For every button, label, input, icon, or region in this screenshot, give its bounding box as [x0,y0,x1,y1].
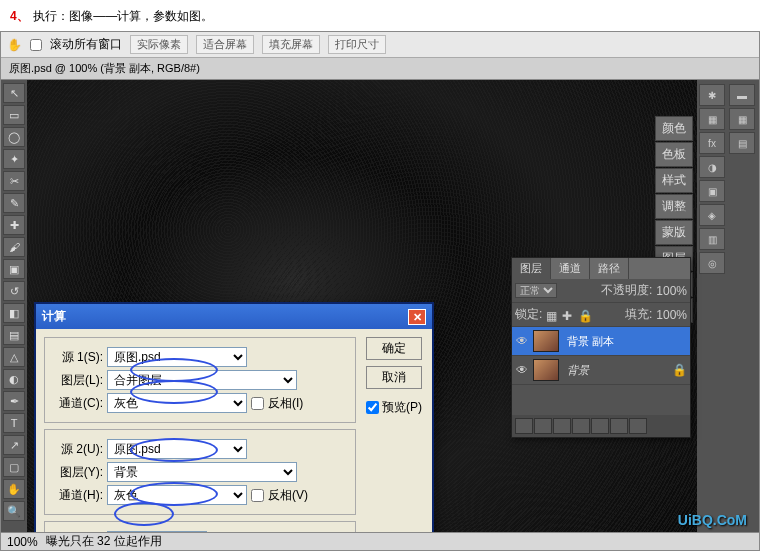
eraser-tool-icon[interactable]: ◧ [3,303,25,323]
visibility-icon[interactable]: 👁 [515,363,529,377]
actual-pixels-button[interactable]: 实际像素 [130,35,188,54]
adjustment-icon[interactable] [572,418,590,434]
hand-icon: ✋ [7,38,22,52]
dialog-title: 计算 [42,308,66,325]
color-tab[interactable]: 颜色 [655,116,693,141]
path-tool-icon[interactable]: ↗ [3,435,25,455]
calculations-dialog: 计算 ✕ 源 1(S): 原图.psd 图层(L): 合并图层 通道(C): 灰… [34,302,434,551]
navigator-icon[interactable]: ✱ [699,84,725,106]
dialog-close-button[interactable]: ✕ [408,309,426,325]
step-number: 4、 [10,9,29,23]
adjust-tab[interactable]: 调整 [655,194,693,219]
layers-panel-tab-layers[interactable]: 图层 [512,258,551,279]
source2-group: 源 2(U): 原图.psd 图层(Y): 背景 通道(H): 灰色 反相(V) [44,429,356,515]
histogram-icon[interactable]: ▦ [699,108,725,130]
visibility-icon[interactable]: 👁 [515,334,529,348]
swatch-tab[interactable]: 色板 [655,142,693,167]
fill-screen-button[interactable]: 填充屏幕 [262,35,320,54]
swatch-icon[interactable]: ▦ [729,108,755,130]
type-tool-icon[interactable]: T [3,413,25,433]
trash-icon[interactable] [629,418,647,434]
src1-channel-select[interactable]: 灰色 [107,393,247,413]
scroll-all-checkbox[interactable] [30,39,42,51]
watermark: UiBQ.CoM [678,512,747,528]
zoom-tool-icon[interactable]: 🔍 [3,501,25,521]
ok-button[interactable]: 确定 [366,337,422,360]
style-tab[interactable]: 样式 [655,168,693,193]
src2-invert-checkbox[interactable] [251,489,264,502]
heal-tool-icon[interactable]: ✚ [3,215,25,235]
layers-icon[interactable]: ◈ [699,204,725,226]
src1-select[interactable]: 原图.psd [107,347,247,367]
layer-thumb[interactable] [533,330,559,352]
cancel-button[interactable]: 取消 [366,366,422,389]
print-size-button[interactable]: 打印尺寸 [328,35,386,54]
eyedropper-tool-icon[interactable]: ✎ [3,193,25,213]
adjust-icon[interactable]: ◑ [699,156,725,178]
fill-value[interactable]: 100% [656,308,687,322]
scroll-all-label: 滚动所有窗口 [50,36,122,53]
info-icon[interactable]: fx [699,132,725,154]
group-icon[interactable] [591,418,609,434]
layers-panel: 图层 通道 路径 正常 不透明度: 100% 锁定: ▦ ✚ 🔒 填充: 100… [511,257,691,438]
layer-name[interactable]: 背景 [563,363,589,378]
opacity-value[interactable]: 100% [656,284,687,298]
step-text: 执行：图像——计算，参数如图。 [33,9,213,23]
pen-tool-icon[interactable]: ✒ [3,391,25,411]
document-tab[interactable]: 原图.psd @ 100% (背景 副本, RGB/8#) [1,58,759,80]
photoshop-window: ✋ 滚动所有窗口 实际像素 适合屏幕 填充屏幕 打印尺寸 原图.psd @ 10… [0,31,760,551]
src1-layer-select[interactable]: 合并图层 [107,370,297,390]
preview-label: 预览(P) [382,399,422,416]
lasso-tool-icon[interactable]: ◯ [3,127,25,147]
history-brush-icon[interactable]: ↺ [3,281,25,301]
src2-layer-select[interactable]: 背景 [107,462,297,482]
link-icon[interactable] [515,418,533,434]
opacity-label: 不透明度: [601,282,652,299]
src2-label: 源 2(U): [51,441,103,458]
src2-layer-label: 图层(Y): [51,464,103,481]
options-bar: ✋ 滚动所有窗口 实际像素 适合屏幕 填充屏幕 打印尺寸 [1,32,759,58]
blur-tool-icon[interactable]: △ [3,347,25,367]
channels-icon[interactable]: ▥ [699,228,725,250]
lock-position-icon[interactable]: ✚ [562,309,574,321]
layer-row[interactable]: 👁 背景 副本 [512,327,690,356]
zoom-value[interactable]: 100% [7,535,38,549]
src2-select[interactable]: 原图.psd [107,439,247,459]
new-layer-icon[interactable] [610,418,628,434]
shape-tool-icon[interactable]: ▢ [3,457,25,477]
lock-all-icon[interactable]: 🔒 [578,309,590,321]
src1-label: 源 1(S): [51,349,103,366]
right-dock: ✱ ▦ fx ◑ ▣ ◈ ▥ ◎ ▬ ▦ ▤ [697,80,759,551]
layer-name[interactable]: 背景 副本 [563,334,614,349]
stamp-tool-icon[interactable]: ▣ [3,259,25,279]
mask-add-icon[interactable] [553,418,571,434]
src2-channel-select[interactable]: 灰色 [107,485,247,505]
marquee-tool-icon[interactable]: ▭ [3,105,25,125]
src1-invert-label: 反相(I) [268,395,303,412]
lock-pixels-icon[interactable]: ▦ [546,309,558,321]
brush-tool-icon[interactable]: 🖌 [3,237,25,257]
fx-icon[interactable] [534,418,552,434]
layer-row[interactable]: 👁 背景 🔒 [512,356,690,385]
style-icon[interactable]: ▤ [729,132,755,154]
blend-mode-select[interactable]: 正常 [515,283,557,298]
mask-icon[interactable]: ▣ [699,180,725,202]
move-tool-icon[interactable]: ↖ [3,83,25,103]
wand-tool-icon[interactable]: ✦ [3,149,25,169]
layers-panel-tab-channels[interactable]: 通道 [551,258,590,279]
layers-footer [512,415,690,437]
layer-thumb[interactable] [533,359,559,381]
hand-tool-icon[interactable]: ✋ [3,479,25,499]
src1-invert-checkbox[interactable] [251,397,264,410]
layers-panel-tab-paths[interactable]: 路径 [590,258,629,279]
preview-checkbox[interactable] [366,399,379,416]
gradient-tool-icon[interactable]: ▤ [3,325,25,345]
color-icon[interactable]: ▬ [729,84,755,106]
tool-palette: ↖ ▭ ◯ ✦ ✂ ✎ ✚ 🖌 ▣ ↺ ◧ ▤ △ ◐ ✒ T ↗ ▢ ✋ 🔍 [1,80,27,551]
mask-tab[interactable]: 蒙版 [655,220,693,245]
fit-screen-button[interactable]: 适合屏幕 [196,35,254,54]
src2-invert-label: 反相(V) [268,487,308,504]
paths-icon[interactable]: ◎ [699,252,725,274]
dodge-tool-icon[interactable]: ◐ [3,369,25,389]
crop-tool-icon[interactable]: ✂ [3,171,25,191]
